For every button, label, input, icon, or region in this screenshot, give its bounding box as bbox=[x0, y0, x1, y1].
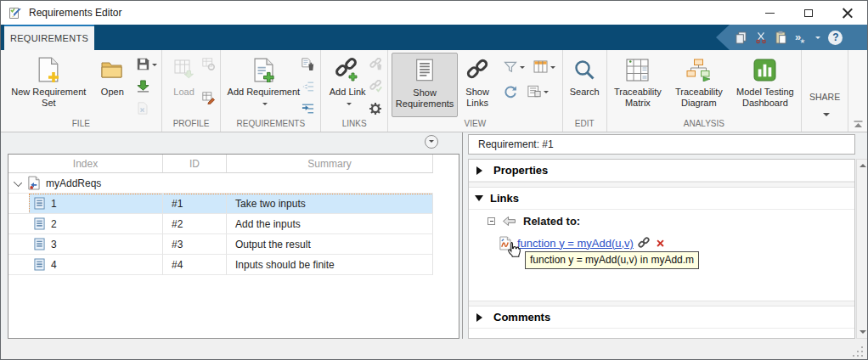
link-chain-icon[interactable] bbox=[638, 237, 651, 250]
expand-arrow-icon bbox=[476, 313, 487, 322]
section-links[interactable]: Links bbox=[469, 188, 854, 210]
discard-icon bbox=[137, 102, 149, 115]
requirement-row-2[interactable]: 2 #2 Add the inputs bbox=[8, 214, 433, 234]
scroll-up-icon[interactable] bbox=[860, 164, 866, 167]
detail-view-icon bbox=[527, 85, 541, 98]
open-button[interactable]: Open bbox=[93, 53, 132, 119]
section-label-edit: EDIT bbox=[563, 119, 606, 132]
refresh-icon bbox=[504, 85, 517, 98]
delete-link-x-icon[interactable] bbox=[656, 239, 665, 248]
delete-requirement-button[interactable] bbox=[302, 57, 314, 71]
traceability-diagram-icon bbox=[686, 55, 711, 84]
section-comments[interactable]: Comments bbox=[469, 307, 854, 329]
section-divider bbox=[469, 301, 854, 307]
ribbon-section-edit: Search EDIT bbox=[563, 50, 607, 132]
help-button[interactable]: ? bbox=[828, 27, 843, 48]
new-requirement-set-icon bbox=[37, 55, 60, 84]
minimize-button[interactable] bbox=[750, 1, 789, 25]
requirement-row-1[interactable]: 1 #1 Take two inputs bbox=[8, 194, 433, 214]
discard-requirement-set-button[interactable] bbox=[137, 101, 157, 115]
check-links-button[interactable] bbox=[369, 79, 382, 93]
import-button[interactable] bbox=[137, 79, 157, 93]
share-button[interactable]: SHARE bbox=[803, 67, 847, 118]
edit-profile-button[interactable] bbox=[202, 91, 215, 105]
cell-summary: Inputs should be finite bbox=[227, 255, 433, 275]
share-dropdown-icon bbox=[823, 113, 830, 120]
column-header-index: Index bbox=[8, 155, 163, 172]
maximize-button[interactable] bbox=[789, 1, 828, 25]
profile-settings-button[interactable] bbox=[202, 57, 215, 71]
quick-actions-button[interactable]: » ★ bbox=[795, 27, 805, 48]
collapse-chevron-icon[interactable] bbox=[14, 177, 22, 185]
cut-button[interactable] bbox=[755, 27, 767, 48]
new-requirement-set-button[interactable]: New Requirement Set bbox=[4, 53, 93, 119]
ribbon-section-file: New Requirement Set Open bbox=[1, 50, 162, 132]
add-requirement-button[interactable]: Add Requirement bbox=[227, 53, 300, 119]
scroll-down-icon[interactable] bbox=[860, 330, 866, 334]
collapse-minus-icon[interactable] bbox=[488, 217, 495, 225]
link-settings-button[interactable] bbox=[369, 101, 382, 115]
copy-button[interactable] bbox=[735, 27, 747, 48]
filter-icon bbox=[504, 61, 517, 73]
ribbon-section-profile: Load PROFILE bbox=[162, 50, 222, 132]
requirement-row-4[interactable]: 4 #4 Inputs should be finite bbox=[8, 255, 433, 275]
section-label-links: LINKS bbox=[321, 119, 387, 132]
ribbon-tab-strip: REQUIREMENTS » ★ ? bbox=[1, 25, 867, 50]
columns-button[interactable] bbox=[533, 59, 555, 74]
demote-requirement-button[interactable] bbox=[302, 101, 314, 115]
cell-id: #1 bbox=[163, 194, 227, 214]
tree-row-myaddreqs[interactable]: myAddReqs bbox=[8, 173, 433, 194]
load-profile-button[interactable]: Load bbox=[168, 53, 200, 119]
section-label-profile: PROFILE bbox=[162, 119, 221, 132]
requirements-browser: Index ID Summary myAddReqs 1 #1 Take two… bbox=[8, 154, 459, 339]
requirement-row-3[interactable]: 3 #3 Output the result bbox=[8, 234, 433, 255]
detail-scrollbar[interactable] bbox=[856, 159, 868, 339]
filter-button[interactable] bbox=[504, 59, 525, 74]
add-link-button[interactable]: Add Link bbox=[326, 53, 369, 119]
quick-access-toolbar: » ★ ? bbox=[716, 25, 867, 50]
model-testing-dashboard-button[interactable]: Model Testing Dashboard bbox=[730, 53, 801, 119]
detail-view-dropdown-icon bbox=[544, 91, 549, 96]
related-to-arrow-icon bbox=[502, 216, 516, 227]
load-profile-icon bbox=[174, 55, 194, 84]
requirement-icon bbox=[34, 258, 45, 271]
ribbon-section-requirements: Add Requirement REQUIREMENTS bbox=[221, 50, 321, 132]
requirement-set-name: myAddReqs bbox=[46, 177, 101, 189]
section-properties[interactable]: Properties bbox=[469, 160, 854, 182]
search-button[interactable]: Search bbox=[564, 53, 605, 119]
table-header-row: Index ID Summary bbox=[8, 155, 433, 173]
cell-id: #4 bbox=[163, 255, 227, 275]
close-button[interactable] bbox=[828, 1, 867, 25]
copy-icon bbox=[735, 31, 747, 44]
requirement-icon bbox=[34, 238, 45, 250]
refresh-button[interactable] bbox=[504, 84, 517, 98]
detail-view-button[interactable] bbox=[527, 84, 549, 98]
promote-requirement-button[interactable] bbox=[302, 79, 314, 93]
resize-grip[interactable] bbox=[851, 345, 863, 357]
show-links-icon bbox=[465, 55, 489, 84]
save-button[interactable] bbox=[137, 57, 157, 71]
cell-summary: Output the result bbox=[227, 234, 433, 255]
help-icon: ? bbox=[828, 31, 843, 45]
related-to-group: Related to: bbox=[469, 212, 580, 229]
section-label-requirements: REQUIREMENTS bbox=[221, 119, 320, 132]
requirement-link[interactable]: function y = myAdd(u,v) bbox=[517, 237, 634, 250]
gear-icon bbox=[369, 103, 381, 115]
quick-access-dropdown[interactable] bbox=[813, 27, 820, 48]
paste-button[interactable] bbox=[775, 27, 787, 48]
collapse-ribbon-button[interactable] bbox=[848, 116, 867, 132]
cell-index: 3 bbox=[8, 234, 163, 255]
collapse-arrow-icon bbox=[475, 195, 483, 205]
traceability-matrix-button[interactable]: Traceability Matrix bbox=[607, 53, 668, 119]
traceability-diagram-button[interactable]: Traceability Diagram bbox=[668, 53, 730, 119]
delete-link-button[interactable] bbox=[369, 57, 382, 71]
show-links-button[interactable]: Show Links bbox=[458, 53, 497, 119]
requirement-detail-pane: Properties Links Related to: function y … bbox=[468, 159, 855, 339]
pane-splitter[interactable] bbox=[462, 132, 463, 339]
add-requirement-icon bbox=[252, 55, 275, 84]
ribbon: New Requirement Set Open bbox=[1, 50, 867, 132]
tab-requirements[interactable]: REQUIREMENTS bbox=[4, 25, 94, 50]
pane-options-button[interactable] bbox=[425, 135, 438, 149]
show-requirements-button[interactable]: Show Requirements bbox=[392, 53, 458, 117]
add-link-dropdown-icon bbox=[347, 103, 352, 108]
